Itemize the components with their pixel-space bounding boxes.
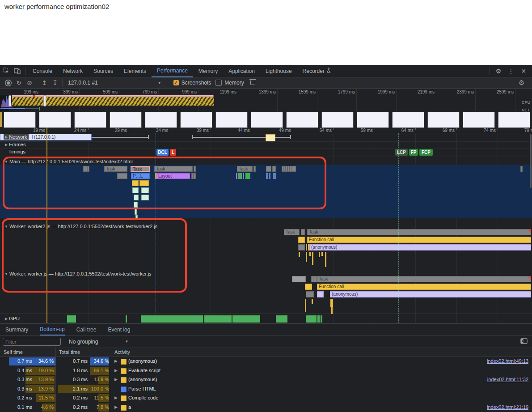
screenshot-frame[interactable] <box>392 112 424 128</box>
worker-bar[interactable] <box>330 299 333 307</box>
gpu-bar[interactable] <box>276 315 287 323</box>
worker2-bar[interactable] <box>312 252 313 265</box>
col-activity[interactable]: Activity <box>114 349 130 355</box>
inspect-icon[interactable] <box>0 66 12 76</box>
show-heaviest-stack-icon[interactable] <box>520 338 528 345</box>
worker-bar[interactable] <box>305 299 306 312</box>
clear-button[interactable]: ⊘ <box>24 78 35 88</box>
worker2--anonymous-[interactable]: (anonymous) <box>309 244 531 251</box>
track-gpu[interactable]: ▶GPU <box>4 316 21 321</box>
worker-bar[interactable] <box>305 284 312 290</box>
expand-arrow-icon[interactable]: ▶ <box>114 377 118 382</box>
trash-icon[interactable] <box>250 81 255 85</box>
network-request-yellow[interactable] <box>266 134 275 141</box>
screenshot-frame[interactable] <box>286 112 318 128</box>
gpu-bar[interactable] <box>232 315 260 323</box>
worker2-bar[interactable] <box>319 252 320 257</box>
worker-bar[interactable] <box>292 276 306 282</box>
worker2-bar[interactable] <box>309 252 311 256</box>
source-link[interactable]: index02.html:11:32 <box>487 377 528 382</box>
screenshot-frame[interactable] <box>110 112 142 128</box>
screenshot-frame[interactable] <box>463 112 495 128</box>
worker2-bar[interactable] <box>306 244 307 251</box>
gpu-bar[interactable] <box>126 315 127 323</box>
screenshot-frame[interactable] <box>498 112 530 128</box>
table-row[interactable]: 0.3 ms13.9 %0.3 ms13.9 %▶(anonymous)inde… <box>0 375 532 384</box>
badge-fp[interactable]: FP <box>409 149 418 156</box>
screenshot-frame[interactable] <box>4 112 36 128</box>
bottom-tab-event-log[interactable]: Event log <box>108 324 130 336</box>
badge-lcp[interactable]: LCP <box>395 149 408 156</box>
tab-recorder[interactable]: Recorder <box>297 65 336 77</box>
screenshot-frame[interactable] <box>145 112 177 128</box>
reload-record-button[interactable]: ↻ <box>13 78 24 88</box>
worker2-bar[interactable] <box>298 244 305 251</box>
main-bar[interactable] <box>135 209 137 215</box>
close-icon[interactable]: ✕ <box>518 66 529 76</box>
scrollbar-thumb[interactable] <box>530 134 532 188</box>
screenshot-frame[interactable] <box>74 112 106 128</box>
gpu-bar[interactable] <box>317 315 320 323</box>
filter-input[interactable] <box>3 338 61 346</box>
tab-console[interactable]: Console <box>27 65 58 77</box>
col-self-time[interactable]: Self time <box>4 349 23 355</box>
memory-checkbox[interactable] <box>215 80 222 86</box>
worker-bar[interactable] <box>306 291 314 297</box>
source-link[interactable]: index02.html:21:19 <box>487 404 528 410</box>
table-row[interactable]: 0.3 ms13.9 %2.1 ms100.0 %Parse HTML <box>0 385 532 394</box>
screenshot-frame[interactable] <box>180 112 212 128</box>
grouping-select[interactable]: No grouping ▼ <box>69 339 128 345</box>
table-row[interactable]: 0.2 ms11.5 %0.2 ms11.5 %▶Compile code <box>0 394 532 403</box>
bottom-tab-bottom-up[interactable]: Bottom-up <box>40 324 64 336</box>
screenshot-frame[interactable] <box>357 112 389 128</box>
worker-bar[interactable] <box>312 299 313 304</box>
gpu-bar[interactable] <box>141 315 203 323</box>
gpu-bar[interactable] <box>321 315 322 323</box>
screenshot-frame[interactable] <box>39 112 71 128</box>
worker2-function-call[interactable]: Function call <box>307 237 531 243</box>
expand-arrow-icon[interactable]: ▶ <box>114 395 118 400</box>
badge-fcp[interactable]: FCP <box>419 149 433 156</box>
col-total-time[interactable]: Total time <box>59 349 80 355</box>
tab-sources[interactable]: Sources <box>88 65 118 77</box>
worker2-bar[interactable] <box>325 252 326 267</box>
profile-select[interactable]: 127.0.0.1 #1 ▼ <box>64 80 165 86</box>
more-menu-icon[interactable]: ⋮ <box>505 66 517 76</box>
worker2-bar[interactable] <box>298 237 305 243</box>
gpu-bar[interactable] <box>67 315 76 323</box>
screenshot-frame[interactable] <box>427 112 460 128</box>
tab-network[interactable]: Network <box>58 65 88 77</box>
tab-lighthouse[interactable]: Lighthouse <box>260 65 297 77</box>
tab-application[interactable]: Application <box>223 65 260 77</box>
screenshot-frame[interactable] <box>251 112 283 128</box>
tab-performance[interactable]: Performance <box>152 65 193 77</box>
track-timings[interactable]: Timings <box>7 149 27 154</box>
bottom-tab-call-tree[interactable]: Call tree <box>76 324 97 336</box>
main-bar[interactable] <box>520 166 523 172</box>
overview-cpu-activity[interactable] <box>12 97 214 106</box>
track-frames[interactable]: ▶Frames <box>4 142 27 147</box>
screenshot-frame[interactable] <box>321 112 354 128</box>
worker--anonymous-[interactable]: (anonymous) <box>330 291 531 297</box>
save-profile-icon[interactable]: ↧ <box>50 78 60 88</box>
expand-arrow-icon[interactable]: ▶ <box>114 368 118 373</box>
overview-right-handle[interactable] <box>43 95 46 106</box>
worker-bar[interactable] <box>331 307 333 314</box>
worker-bar[interactable] <box>317 291 324 297</box>
worker2-bar[interactable] <box>321 252 323 256</box>
worker-function-call[interactable]: Function call <box>317 284 531 290</box>
device-toolbar-icon[interactable] <box>12 66 23 76</box>
record-button[interactable] <box>3 78 13 88</box>
capture-settings-gear-icon[interactable]: ⚙ <box>519 79 524 87</box>
screenshot-frame[interactable] <box>215 112 248 128</box>
worker2-task[interactable]: Task <box>307 229 531 235</box>
settings-gear-icon[interactable]: ⚙ <box>493 66 504 76</box>
load-profile-icon[interactable]: ↥ <box>39 78 50 88</box>
tab-elements[interactable]: Elements <box>118 65 152 77</box>
expand-arrow-icon[interactable]: ▶ <box>114 405 118 409</box>
worker2-bar[interactable] <box>299 252 300 257</box>
badge-l[interactable]: L <box>170 149 176 156</box>
tab-memory[interactable]: Memory <box>193 65 223 77</box>
table-row[interactable]: 0.1 ms4.6 %0.2 ms7.8 %▶aindex02.html:21:… <box>0 403 532 412</box>
worker2-bar[interactable] <box>306 252 307 262</box>
